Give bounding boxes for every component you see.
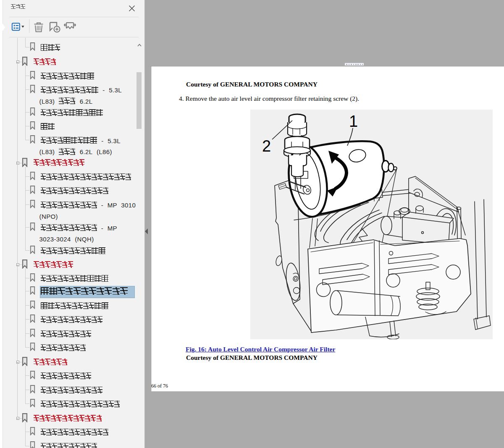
svg-text:1: 1 — [349, 113, 358, 130]
svg-text:2: 2 — [262, 137, 271, 155]
